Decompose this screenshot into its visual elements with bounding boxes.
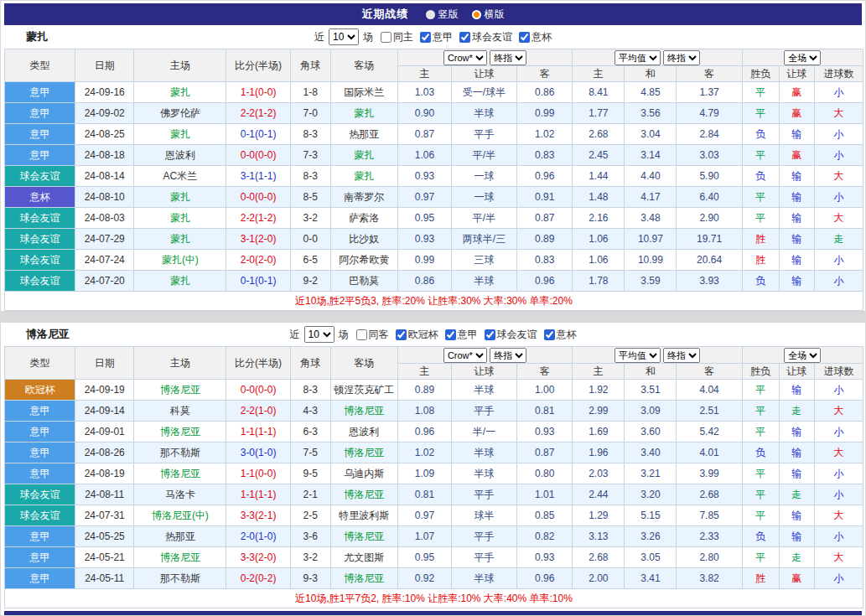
filter-bar: 近 10 场 同主意甲球会友谊意杯 [314,28,552,45]
col-home: 主场 [134,49,226,82]
away-team[interactable]: 巴勒莫 [330,271,397,292]
home-team[interactable]: 热那亚 [134,526,226,547]
home-team[interactable]: 博洛尼亚 [134,463,226,484]
handicap-line: 半球 [451,103,516,124]
col-away: 客场 [330,49,397,82]
filter-checkbox[interactable] [445,329,456,340]
odds-provider-select[interactable]: Crow* [443,50,487,65]
away-team[interactable]: 阿尔希欧黄 [330,250,397,271]
league-filter-0[interactable]: 同客 [356,328,389,342]
league-filter-4[interactable]: 意杯 [544,328,577,342]
home-team[interactable]: 博洛尼亚 [134,380,226,401]
league-filter-1[interactable]: 意甲 [420,30,453,44]
home-team[interactable]: 蒙扎 [134,229,226,250]
avg-stage-select[interactable]: 终指 [663,50,700,65]
league-type-badge: 球会友谊 [5,229,75,250]
section-team-name: 博洛尼亚 [26,327,70,342]
filter-checkbox[interactable] [544,329,555,340]
home-team[interactable]: 那不勒斯 [134,568,226,589]
filter-checkbox[interactable] [381,32,392,43]
corner-score: 9-3 [290,568,330,589]
corner-score: 3-2 [290,547,330,568]
filter-checkbox[interactable] [356,329,367,340]
league-filter-3[interactable]: 意杯 [519,30,552,44]
away-team[interactable]: 国际米兰 [330,82,397,103]
odds-stage-select[interactable]: 终指 [490,348,526,363]
away-team[interactable]: 博洛尼亚 [330,443,397,463]
away-team[interactable]: 比沙奴 [330,229,397,250]
recent-count-select[interactable]: 10 [304,326,334,343]
home-team[interactable]: 蒙扎 [134,271,226,292]
odds-stage-select[interactable]: 终指 [490,50,526,65]
home-team[interactable]: 马洛卡 [134,484,226,505]
result-outcome: 平 [742,422,779,443]
match-row: 意甲24-08-19博洛尼亚1-1(0-0)9-5乌迪内斯1.09半球0.802… [5,463,863,484]
league-filter-0[interactable]: 同主 [381,30,413,44]
handicap-away-odds: 0.81 [517,401,573,422]
home-team[interactable]: 那不勒斯 [134,443,226,463]
away-team[interactable]: 蒙扎 [330,103,397,124]
home-team[interactable]: 博洛尼亚(中) [134,505,226,526]
away-team[interactable]: 顿涅茨克矿工 [330,380,397,401]
away-team[interactable]: 萨索洛 [330,208,397,229]
home-team[interactable]: 博洛尼亚 [134,547,226,568]
away-team[interactable]: 博洛尼亚 [330,526,397,547]
match-scope-select[interactable]: 全场 [784,348,821,363]
home-team[interactable]: 蒙扎(中) [134,250,226,271]
match-date: 24-08-26 [75,443,134,463]
home-team[interactable]: 博洛尼亚 [134,422,226,443]
match-date: 24-09-19 [75,380,134,401]
avg-stage-select[interactable]: 终指 [663,348,700,363]
filter-checkbox[interactable] [485,329,495,340]
odds-provider-select[interactable]: Crow* [443,348,487,363]
home-team[interactable]: 蒙扎 [134,82,226,103]
away-team[interactable]: 特里波利斯 [330,505,397,526]
home-team[interactable]: 蒙扎 [134,124,226,145]
home-team[interactable]: 蒙扎 [134,187,226,208]
home-team[interactable]: 蒙扎 [134,208,226,229]
summary-row: 近10场,胜2平5负3, 胜率:20% 让胜率:30% 大率:30% 单率:20… [5,292,863,311]
away-team[interactable]: 博洛尼亚 [330,484,397,505]
home-team[interactable]: 恩波利 [134,145,226,166]
league-filter-list: 同客欧冠杯意甲球会友谊意杯 [356,328,577,342]
avg-odds-select[interactable]: 平均值 [614,348,661,363]
col-handicap-away: 客 [517,66,573,82]
filter-checkbox[interactable] [519,32,530,43]
filter-checkbox[interactable] [396,329,407,340]
avg-draw-odds: 3.26 [625,526,677,547]
home-team[interactable]: 科莫 [134,401,226,422]
match-scope-select[interactable]: 全场 [784,50,821,65]
score: 2-2(1-2) [226,103,290,124]
handicap-home-odds: 1.08 [397,401,451,422]
handicap-away-odds: 0.96 [517,568,573,589]
filter-checkbox[interactable] [459,32,470,43]
league-filter-2[interactable]: 意甲 [445,328,478,342]
away-team[interactable]: 尤文图斯 [330,547,397,568]
league-filter-3[interactable]: 球会友谊 [485,328,537,342]
away-team[interactable]: 博洛尼亚 [330,568,397,589]
avg-draw-odds: 3.04 [625,124,677,145]
layout-radio-horizontal[interactable]: 横版 [472,8,505,22]
league-filter-1[interactable]: 欧冠杯 [396,328,438,342]
layout-radio-vertical[interactable]: 竖版 [426,8,459,22]
away-team[interactable]: 热那亚 [330,124,397,145]
away-team[interactable]: 恩波利 [330,422,397,443]
away-team[interactable]: 蒙扎 [330,145,397,166]
recent-count-select[interactable]: 10 [329,28,359,45]
result-goals: 小 [814,145,863,166]
away-team[interactable]: 南蒂罗尔 [330,187,397,208]
avg-home-odds: 1.06 [573,229,625,250]
result-handicap: 赢 [779,103,814,124]
away-team[interactable]: 蒙扎 [330,166,397,187]
result-outcome: 负 [742,271,779,292]
league-filter-2[interactable]: 球会友谊 [459,30,512,44]
home-team[interactable]: AC米兰 [134,166,226,187]
away-team[interactable]: 乌迪内斯 [330,463,397,484]
filter-checkbox[interactable] [420,32,431,43]
home-team[interactable]: 佛罗伦萨 [134,103,226,124]
result-goals: 走 [814,229,863,250]
games-label: 场 [363,30,373,44]
avg-draw-odds: 3.09 [625,401,677,422]
away-team[interactable]: 博洛尼亚 [330,401,397,422]
avg-odds-select[interactable]: 平均值 [614,50,661,65]
